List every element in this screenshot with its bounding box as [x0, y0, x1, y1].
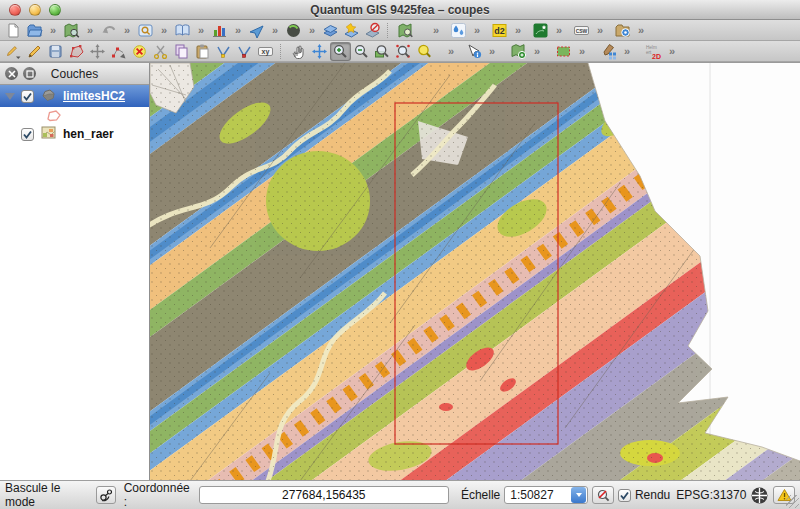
move-feature-button[interactable] — [87, 42, 108, 61]
toggle-extents-button[interactable] — [96, 486, 116, 504]
maptips-overflow-chevron[interactable] — [193, 24, 209, 36]
toggle-editing-button[interactable] — [24, 42, 45, 61]
render-label: Rendu — [635, 488, 670, 502]
crs-label: EPSG:31370 — [676, 488, 746, 502]
nav-overflow-chevron-2[interactable] — [484, 45, 500, 57]
scale-value: 1:50827 — [505, 488, 570, 502]
zoom-window-button[interactable] — [49, 4, 61, 16]
new-layer-button[interactable] — [341, 21, 362, 40]
undo-button[interactable] — [98, 21, 119, 40]
zoom-to-selection-button[interactable] — [393, 42, 414, 61]
identify-button[interactable] — [463, 42, 484, 61]
overview-overflow-chevron[interactable] — [82, 24, 98, 36]
plugins-overflow-chevron-5[interactable] — [592, 24, 608, 36]
save-edits-button[interactable] — [45, 42, 66, 61]
zoombox-overflow-chevron[interactable] — [156, 24, 172, 36]
plugins-overflow-chevron-1[interactable] — [428, 24, 444, 36]
map-overview-button[interactable] — [61, 21, 82, 40]
nav-overflow-chevron-1[interactable] — [443, 45, 459, 57]
map-tips-button[interactable] — [172, 21, 193, 40]
gps-overflow-chevron[interactable] — [267, 24, 283, 36]
folder-tools-button[interactable] — [612, 21, 633, 40]
raster-layer-icon — [40, 125, 57, 143]
pan-arrows-button[interactable] — [309, 42, 330, 61]
layers-panel-header: Couches — [0, 63, 149, 85]
layer-label[interactable]: hen_raer — [63, 127, 114, 141]
histogram-overflow-chevron[interactable] — [230, 24, 246, 36]
layer-visibility-checkbox[interactable] — [21, 128, 34, 141]
scale-combobox[interactable]: 1:50827 — [504, 486, 588, 504]
layers-panel: Couches limitesHC2 hen_raer — [0, 63, 150, 480]
gps-tools-button[interactable] — [246, 21, 267, 40]
zoom-in-button[interactable] — [330, 42, 351, 61]
minimize-window-button[interactable] — [29, 4, 41, 16]
show-overview-button[interactable] — [395, 21, 416, 40]
interpolation-plugin-button[interactable] — [448, 21, 469, 40]
plugins-overflow-chevron-2[interactable] — [469, 24, 485, 36]
panel-float-button[interactable] — [23, 67, 36, 80]
nav-overflow-chevron-4[interactable] — [574, 45, 590, 57]
capture-polygon-button[interactable] — [66, 42, 87, 61]
main-area: Couches limitesHC2 hen_raer — [0, 62, 800, 480]
layer-visibility-checkbox[interactable] — [21, 90, 34, 103]
zoom-out-button[interactable] — [351, 42, 372, 61]
render-checkbox[interactable] — [618, 489, 631, 502]
add-vector-layer-button[interactable] — [320, 21, 341, 40]
layer-label[interactable]: limitesHC2 — [63, 89, 125, 103]
node-tool-button[interactable] — [108, 42, 129, 61]
undo-overflow-chevron[interactable] — [119, 24, 135, 36]
app-window: Quantum GIS 9425fea – coupes d2 — [0, 0, 800, 509]
plugins-overflow-chevron-4[interactable] — [551, 24, 567, 36]
crs-status-button[interactable] — [750, 486, 769, 505]
toggle-mode-label: Bascule le mode — [5, 481, 92, 509]
layer-item-limitesHC2[interactable]: limitesHC2 — [0, 85, 149, 107]
map-canvas[interactable] — [150, 63, 800, 480]
open-project-button[interactable] — [24, 21, 45, 40]
csw-plugin-button[interactable]: CSW — [571, 21, 592, 40]
panel-close-button[interactable] — [5, 67, 18, 80]
globe-overflow-chevron[interactable] — [304, 24, 320, 36]
vector-symbol-swatch — [44, 108, 64, 123]
file-overflow-chevron[interactable] — [45, 24, 61, 36]
nav-overflow-chevron-3[interactable] — [529, 45, 545, 57]
layer-item-hen-raer[interactable]: hen_raer — [0, 123, 149, 145]
toolbar-edit-nav: xy Helmert2D — [0, 41, 800, 62]
new-map-view-button[interactable] — [508, 42, 529, 61]
nav-overflow-chevron-5[interactable] — [619, 45, 635, 57]
zoom-last-button[interactable] — [414, 42, 435, 61]
coordinate-input[interactable] — [199, 486, 449, 504]
scale-lock-button[interactable] — [592, 486, 614, 504]
attribute-zoom-button[interactable] — [135, 21, 156, 40]
paste-features-button[interactable] — [192, 42, 213, 61]
layer-expand-triangle[interactable] — [5, 93, 15, 100]
plugin-globe-green-button[interactable] — [530, 21, 551, 40]
pan-map-button[interactable] — [288, 42, 309, 61]
zoom-full-button[interactable] — [372, 42, 393, 61]
close-window-button[interactable] — [9, 4, 21, 16]
copy-features-button[interactable] — [171, 42, 192, 61]
remove-layer-button[interactable] — [362, 21, 383, 40]
helmert-2d-button[interactable]: Helmert2D — [643, 42, 664, 61]
plugins-overflow-chevron-6[interactable] — [633, 24, 649, 36]
toggle-editing-menu-button[interactable] — [3, 42, 24, 61]
d2-plugin-button[interactable]: d2 — [489, 21, 510, 40]
geologic-map — [150, 63, 800, 480]
delete-selected-button[interactable] — [129, 42, 150, 61]
histogram-button[interactable] — [209, 21, 230, 40]
window-title: Quantum GIS 9425fea – coupes — [0, 3, 800, 17]
nav-overflow-chevron-6[interactable] — [664, 45, 680, 57]
resize-grip[interactable] — [786, 495, 799, 508]
style-brush-button[interactable] — [598, 42, 619, 61]
globe-plugin-button[interactable] — [283, 21, 304, 40]
d2-icon-label: d2 — [494, 26, 505, 36]
title-bar: Quantum GIS 9425fea – coupes — [0, 0, 800, 20]
scale-dropdown-arrow[interactable] — [571, 487, 586, 503]
plugins-overflow-chevron-3[interactable] — [510, 24, 526, 36]
simplify-feature-button[interactable] — [213, 42, 234, 61]
select-rectangle-button[interactable] — [553, 42, 574, 61]
coordinate-label: Coordonnée : — [124, 481, 195, 509]
cut-features-button[interactable] — [150, 42, 171, 61]
new-project-button[interactable] — [3, 21, 24, 40]
delete-ring-button[interactable] — [234, 42, 255, 61]
xy-tool-button[interactable]: xy — [255, 42, 276, 61]
